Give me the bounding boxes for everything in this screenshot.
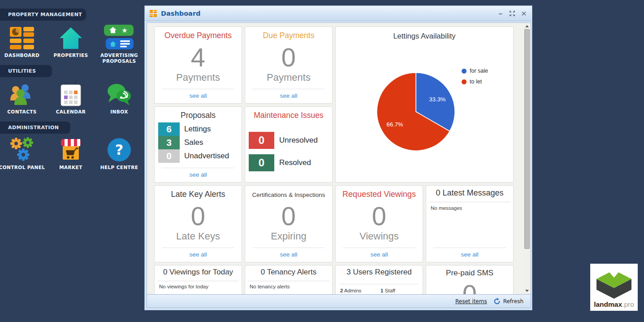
proposals-lettings-label: Lettings bbox=[184, 122, 211, 136]
sidebar-item-label: CONTACTS bbox=[0, 109, 50, 115]
star-icon: ★ bbox=[121, 26, 127, 34]
sidebar-item-label: DASHBOARD bbox=[0, 52, 50, 58]
card-title: Maintenance Issues bbox=[245, 111, 332, 120]
contacts-icon bbox=[0, 82, 50, 107]
expiring-unit: Expiring bbox=[245, 231, 332, 242]
divider bbox=[429, 202, 510, 202]
card-title: 0 Tenancy Alerts bbox=[245, 268, 332, 277]
see-all-link[interactable]: see all bbox=[252, 89, 325, 102]
proposals-unadvertised-label: Unadvertised bbox=[184, 149, 229, 163]
close-button[interactable]: × bbox=[518, 9, 530, 18]
card-title: 3 Users Registered bbox=[336, 268, 423, 277]
card-title: Pre-paid SMS bbox=[426, 269, 513, 278]
card-title: Requested Viewings bbox=[336, 190, 423, 199]
minimize-button[interactable]: − bbox=[495, 9, 506, 18]
help-centre-icon: ? bbox=[91, 137, 147, 162]
divider bbox=[157, 281, 239, 281]
maintenance-resolved-label: Resolved bbox=[279, 154, 311, 171]
calendar-icon bbox=[43, 82, 99, 107]
admins-count: 2 bbox=[340, 288, 343, 293]
sidebar-item-properties[interactable]: PROPERTIES bbox=[43, 25, 99, 58]
refresh-button[interactable]: Refresh bbox=[493, 298, 523, 305]
sidebar-item-control-panel[interactable]: CONTROL PANEL bbox=[0, 137, 50, 170]
card-maintenance-issues: Maintenance Issues 0 Unresolved 0 Resolv… bbox=[245, 106, 333, 183]
sidebar-item-contacts[interactable]: CONTACTS bbox=[0, 82, 50, 115]
landmax-logo: landmax.pro bbox=[590, 264, 638, 311]
card-late-key-alerts: Late Key Alerts 0 Late Keys see all bbox=[154, 185, 242, 262]
sidebar-item-inbox[interactable]: INBOX bbox=[91, 82, 147, 115]
see-all-link[interactable]: see all bbox=[162, 89, 234, 102]
divider bbox=[248, 281, 329, 281]
window-titlebar[interactable]: Dashboard − × bbox=[145, 6, 532, 21]
card-viewings-for-today: 0 Viewings for Today No viewings for tod… bbox=[154, 265, 242, 295]
pie-label-for-sale: 33.3% bbox=[429, 96, 446, 103]
card-proposals: Proposals 6 Lettings 3 Sales 0 Unadverti… bbox=[154, 106, 242, 183]
sidebar-item-label: PROPERTIES bbox=[43, 52, 99, 58]
proposals-lettings-badge: 6 bbox=[158, 122, 180, 136]
card-title: Proposals bbox=[155, 111, 242, 120]
card-title: Due Payments bbox=[245, 31, 332, 40]
see-all-link[interactable]: see all bbox=[162, 168, 234, 181]
due-payments-count: 0 bbox=[245, 44, 332, 71]
advertising-proposals-icon: ★ bbox=[91, 25, 147, 50]
maintenance-resolved-badge: 0 bbox=[249, 154, 274, 171]
prepaid-sms-count: 0 bbox=[426, 281, 513, 295]
sidebar-item-label: INBOX bbox=[91, 109, 147, 115]
overdue-payments-unit: Payments bbox=[155, 72, 242, 83]
expiring-count: 0 bbox=[245, 203, 332, 230]
viewings-today-empty: No viewings for today bbox=[159, 284, 208, 289]
card-latest-messages: 0 Latest Messages No messages see all bbox=[426, 185, 514, 262]
viewings-count: 0 bbox=[336, 203, 423, 230]
close-icon: × bbox=[521, 8, 527, 19]
see-all-link[interactable]: see all bbox=[343, 248, 415, 261]
house-icon bbox=[43, 25, 99, 50]
late-keys-unit: Late Keys bbox=[155, 231, 242, 242]
card-overdue-payments: Overdue Payments 4 Payments see all bbox=[154, 26, 242, 104]
refresh-icon bbox=[493, 298, 501, 305]
scroll-up-icon[interactable] bbox=[525, 25, 529, 27]
vertical-scrollbar[interactable] bbox=[523, 23, 531, 294]
see-all-link[interactable]: see all bbox=[433, 248, 506, 261]
card-title: 0 Latest Messages bbox=[426, 188, 513, 198]
sidebar-item-advertising-proposals[interactable]: ★ ADVERTISING PROPOSALS bbox=[91, 25, 147, 64]
card-requested-viewings: Requested Viewings 0 Viewings see all bbox=[335, 185, 423, 262]
pie-label-to-let: 66.7% bbox=[387, 121, 403, 128]
control-panel-icon bbox=[0, 137, 50, 162]
sidebar-item-label: HELP CENTRE bbox=[91, 165, 147, 170]
staff-stat: 1 Staff bbox=[380, 288, 395, 293]
card-prepaid-sms: Pre-paid SMS 0 bbox=[426, 265, 514, 295]
reset-items-link[interactable]: Reset items bbox=[455, 298, 487, 305]
sidebar-item-label: ADVERTISING PROPOSALS bbox=[91, 52, 147, 64]
lettings-pie-chart: 33.3% 66.7% bbox=[375, 70, 457, 153]
card-tenancy-alerts: 0 Tenancy Alerts No tenancy alerts bbox=[245, 265, 333, 295]
dashboard-content: Overdue Payments 4 Payments see all Due … bbox=[147, 22, 531, 295]
see-all-link[interactable]: see all bbox=[162, 248, 234, 261]
proposals-unadvertised-badge: 0 bbox=[158, 149, 180, 163]
maximize-button[interactable] bbox=[506, 9, 518, 18]
staff-label: Staff bbox=[385, 288, 395, 293]
sidebar-item-calendar[interactable]: CALENDAR bbox=[43, 82, 99, 115]
logo-brand: landmax bbox=[594, 300, 622, 308]
window-title: Dashboard bbox=[161, 10, 200, 17]
scrollbar-thumb[interactable] bbox=[524, 29, 530, 249]
sidebar-item-help-centre[interactable]: ? HELP CENTRE bbox=[91, 137, 147, 170]
legend-dot-for-sale bbox=[462, 69, 467, 74]
sidebar-item-dashboard[interactable]: DASHBOARD bbox=[0, 25, 50, 58]
overdue-payments-count: 4 bbox=[155, 44, 242, 71]
proposals-sales-label: Sales bbox=[184, 136, 203, 149]
card-title: Late Key Alerts bbox=[155, 190, 242, 199]
see-all-link[interactable]: see all bbox=[252, 248, 325, 261]
due-payments-unit: Payments bbox=[245, 72, 332, 83]
tenancy-alerts-empty: No tenancy alerts bbox=[250, 284, 290, 289]
admins-label: Admins bbox=[344, 288, 361, 293]
staff-count: 1 bbox=[380, 288, 383, 293]
pie-legend: for sale to let bbox=[462, 65, 488, 87]
question-mark: ? bbox=[115, 141, 124, 158]
legend-dot-to-let bbox=[462, 79, 467, 84]
sidebar-item-market[interactable]: MARKET bbox=[43, 137, 99, 170]
scroll-down-icon[interactable] bbox=[525, 290, 529, 292]
logo-tld: .pro bbox=[622, 300, 634, 308]
sidebar-item-label: CONTROL PANEL bbox=[0, 165, 50, 170]
landmax-logo-icon bbox=[594, 266, 634, 300]
divider bbox=[340, 284, 418, 284]
